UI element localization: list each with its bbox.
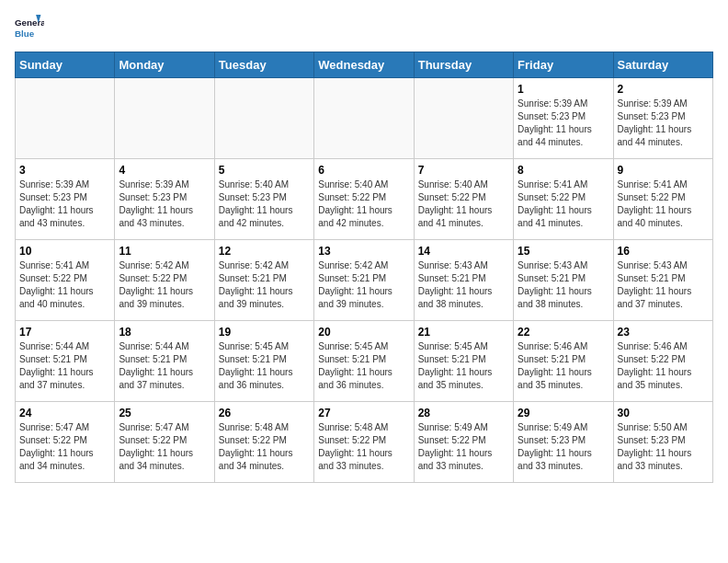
day-number: 1 xyxy=(518,82,609,97)
day-info: Sunrise: 5:44 AM Sunset: 5:21 PM Dayligh… xyxy=(119,340,210,392)
calendar-cell: 30Sunrise: 5:50 AM Sunset: 5:23 PM Dayli… xyxy=(613,402,712,483)
calendar-cell: 28Sunrise: 5:49 AM Sunset: 5:22 PM Dayli… xyxy=(414,402,513,483)
day-number: 10 xyxy=(19,244,110,259)
calendar-cell: 14Sunrise: 5:43 AM Sunset: 5:21 PM Dayli… xyxy=(414,240,513,321)
weekday-header: Monday xyxy=(115,52,214,78)
day-number: 6 xyxy=(318,163,409,178)
day-number: 5 xyxy=(219,163,310,178)
calendar-week-row: 24Sunrise: 5:47 AM Sunset: 5:22 PM Dayli… xyxy=(16,402,713,483)
day-number: 17 xyxy=(19,325,110,339)
day-info: Sunrise: 5:49 AM Sunset: 5:22 PM Dayligh… xyxy=(418,421,509,473)
calendar-cell: 1Sunrise: 5:39 AM Sunset: 5:23 PM Daylig… xyxy=(514,78,613,159)
calendar-cell: 22Sunrise: 5:46 AM Sunset: 5:21 PM Dayli… xyxy=(514,321,613,402)
svg-text:General: General xyxy=(15,17,44,28)
day-number: 28 xyxy=(418,406,509,420)
day-number: 13 xyxy=(318,244,409,259)
day-info: Sunrise: 5:43 AM Sunset: 5:21 PM Dayligh… xyxy=(618,259,709,311)
day-number: 29 xyxy=(518,406,609,420)
day-number: 26 xyxy=(219,406,310,420)
day-number: 23 xyxy=(618,325,709,339)
day-number: 11 xyxy=(119,244,210,259)
logo-icon: GeneralBlue xyxy=(15,15,44,44)
calendar-cell: 8Sunrise: 5:41 AM Sunset: 5:22 PM Daylig… xyxy=(514,159,613,240)
calendar-cell: 9Sunrise: 5:41 AM Sunset: 5:22 PM Daylig… xyxy=(613,159,712,240)
day-info: Sunrise: 5:39 AM Sunset: 5:23 PM Dayligh… xyxy=(119,178,210,230)
day-number: 16 xyxy=(618,244,709,259)
svg-text:Blue: Blue xyxy=(15,29,35,39)
calendar-cell: 11Sunrise: 5:42 AM Sunset: 5:22 PM Dayli… xyxy=(115,240,214,321)
calendar-cell: 18Sunrise: 5:44 AM Sunset: 5:21 PM Dayli… xyxy=(115,321,214,402)
weekday-header: Wednesday xyxy=(314,52,414,78)
calendar-week-row: 10Sunrise: 5:41 AM Sunset: 5:22 PM Dayli… xyxy=(16,240,713,321)
day-info: Sunrise: 5:43 AM Sunset: 5:21 PM Dayligh… xyxy=(418,259,509,311)
day-info: Sunrise: 5:42 AM Sunset: 5:21 PM Dayligh… xyxy=(318,259,409,311)
calendar-cell: 3Sunrise: 5:39 AM Sunset: 5:23 PM Daylig… xyxy=(16,159,115,240)
calendar-cell: 20Sunrise: 5:45 AM Sunset: 5:21 PM Dayli… xyxy=(314,321,414,402)
day-info: Sunrise: 5:42 AM Sunset: 5:22 PM Dayligh… xyxy=(119,259,210,311)
calendar-cell: 16Sunrise: 5:43 AM Sunset: 5:21 PM Dayli… xyxy=(613,240,712,321)
calendar-cell: 13Sunrise: 5:42 AM Sunset: 5:21 PM Dayli… xyxy=(314,240,414,321)
calendar-cell xyxy=(314,78,414,159)
calendar-cell: 24Sunrise: 5:47 AM Sunset: 5:22 PM Dayli… xyxy=(16,402,115,483)
day-number: 30 xyxy=(618,406,709,420)
day-info: Sunrise: 5:40 AM Sunset: 5:22 PM Dayligh… xyxy=(418,178,509,230)
calendar-table: SundayMondayTuesdayWednesdayThursdayFrid… xyxy=(15,52,713,483)
day-info: Sunrise: 5:46 AM Sunset: 5:21 PM Dayligh… xyxy=(518,340,609,392)
day-info: Sunrise: 5:43 AM Sunset: 5:21 PM Dayligh… xyxy=(518,259,609,311)
day-number: 4 xyxy=(119,163,210,178)
day-number: 9 xyxy=(618,163,709,178)
day-info: Sunrise: 5:47 AM Sunset: 5:22 PM Dayligh… xyxy=(19,421,110,473)
calendar-cell: 17Sunrise: 5:44 AM Sunset: 5:21 PM Dayli… xyxy=(16,321,115,402)
day-info: Sunrise: 5:44 AM Sunset: 5:21 PM Dayligh… xyxy=(19,340,110,392)
day-info: Sunrise: 5:48 AM Sunset: 5:22 PM Dayligh… xyxy=(318,421,409,473)
day-number: 2 xyxy=(618,82,709,97)
day-info: Sunrise: 5:45 AM Sunset: 5:21 PM Dayligh… xyxy=(219,340,310,392)
calendar-cell xyxy=(214,78,313,159)
calendar-cell: 29Sunrise: 5:49 AM Sunset: 5:23 PM Dayli… xyxy=(514,402,613,483)
day-info: Sunrise: 5:46 AM Sunset: 5:22 PM Dayligh… xyxy=(618,340,709,392)
day-info: Sunrise: 5:39 AM Sunset: 5:23 PM Dayligh… xyxy=(618,98,709,149)
day-info: Sunrise: 5:48 AM Sunset: 5:22 PM Dayligh… xyxy=(219,421,310,473)
calendar-cell: 7Sunrise: 5:40 AM Sunset: 5:22 PM Daylig… xyxy=(414,159,513,240)
day-number: 14 xyxy=(418,244,509,259)
day-number: 18 xyxy=(119,325,210,339)
day-info: Sunrise: 5:49 AM Sunset: 5:23 PM Dayligh… xyxy=(518,421,609,473)
calendar-cell xyxy=(16,78,115,159)
day-number: 3 xyxy=(19,163,110,178)
calendar-cell: 21Sunrise: 5:45 AM Sunset: 5:21 PM Dayli… xyxy=(414,321,513,402)
day-number: 22 xyxy=(518,325,609,339)
day-number: 25 xyxy=(119,406,210,420)
page-header: GeneralBlue xyxy=(15,15,713,44)
day-info: Sunrise: 5:41 AM Sunset: 5:22 PM Dayligh… xyxy=(19,259,110,311)
calendar-header-row: SundayMondayTuesdayWednesdayThursdayFrid… xyxy=(16,52,713,78)
calendar-week-row: 17Sunrise: 5:44 AM Sunset: 5:21 PM Dayli… xyxy=(16,321,713,402)
day-info: Sunrise: 5:50 AM Sunset: 5:23 PM Dayligh… xyxy=(618,421,709,473)
weekday-header: Tuesday xyxy=(214,52,313,78)
calendar-cell: 10Sunrise: 5:41 AM Sunset: 5:22 PM Dayli… xyxy=(16,240,115,321)
day-number: 15 xyxy=(518,244,609,259)
calendar-cell: 6Sunrise: 5:40 AM Sunset: 5:22 PM Daylig… xyxy=(314,159,414,240)
calendar-cell: 26Sunrise: 5:48 AM Sunset: 5:22 PM Dayli… xyxy=(214,402,313,483)
weekday-header: Sunday xyxy=(16,52,115,78)
day-number: 21 xyxy=(418,325,509,339)
day-info: Sunrise: 5:45 AM Sunset: 5:21 PM Dayligh… xyxy=(318,340,409,392)
day-info: Sunrise: 5:47 AM Sunset: 5:22 PM Dayligh… xyxy=(119,421,210,473)
calendar-cell: 19Sunrise: 5:45 AM Sunset: 5:21 PM Dayli… xyxy=(214,321,313,402)
day-number: 20 xyxy=(318,325,409,339)
calendar-week-row: 1Sunrise: 5:39 AM Sunset: 5:23 PM Daylig… xyxy=(16,78,713,159)
calendar-cell: 12Sunrise: 5:42 AM Sunset: 5:21 PM Dayli… xyxy=(214,240,313,321)
day-info: Sunrise: 5:40 AM Sunset: 5:23 PM Dayligh… xyxy=(219,178,310,230)
weekday-header: Friday xyxy=(514,52,613,78)
calendar-week-row: 3Sunrise: 5:39 AM Sunset: 5:23 PM Daylig… xyxy=(16,159,713,240)
day-info: Sunrise: 5:40 AM Sunset: 5:22 PM Dayligh… xyxy=(318,178,409,230)
calendar-cell: 27Sunrise: 5:48 AM Sunset: 5:22 PM Dayli… xyxy=(314,402,414,483)
day-number: 7 xyxy=(418,163,509,178)
day-info: Sunrise: 5:41 AM Sunset: 5:22 PM Dayligh… xyxy=(518,178,609,230)
weekday-header: Thursday xyxy=(414,52,513,78)
day-number: 27 xyxy=(318,406,409,420)
day-info: Sunrise: 5:45 AM Sunset: 5:21 PM Dayligh… xyxy=(418,340,509,392)
day-info: Sunrise: 5:39 AM Sunset: 5:23 PM Dayligh… xyxy=(19,178,110,230)
calendar-cell xyxy=(115,78,214,159)
calendar-cell xyxy=(414,78,513,159)
day-number: 24 xyxy=(19,406,110,420)
